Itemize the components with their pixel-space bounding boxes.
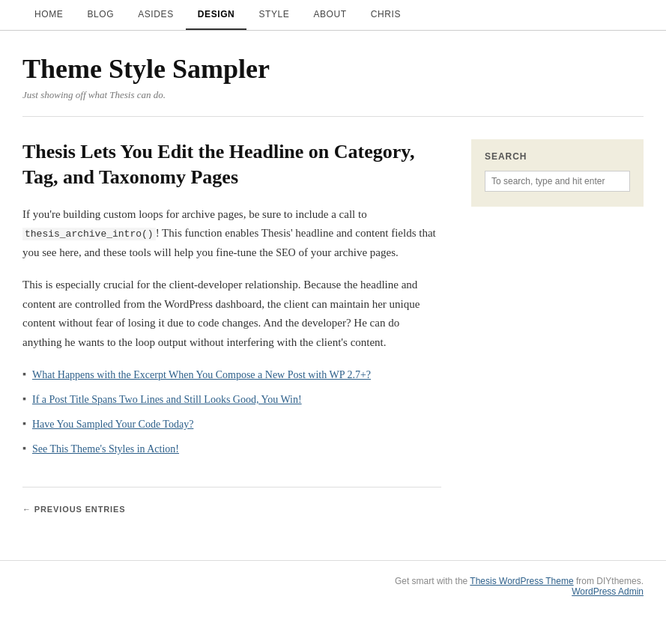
wp-admin-link[interactable]: WordPress Admin <box>572 586 644 597</box>
seo-abbreviation: SEO <box>276 247 295 258</box>
page-subtitle: Just showing off what Thesis can do. <box>22 89 644 101</box>
sidebar: Search <box>471 139 644 515</box>
search-widget-title: Search <box>485 151 630 162</box>
pagination: ← Previous Entries <box>22 487 441 515</box>
nav-item-blog[interactable]: BLOG <box>75 0 126 28</box>
nav-item-about[interactable]: ABOUT <box>301 0 358 28</box>
article-paragraph-2: This is especially crucial for the clien… <box>22 276 441 352</box>
article: Thesis Lets You Edit the Headline on Cat… <box>22 139 441 457</box>
main-nav: HOMEBLOGASIDESDESIGNSTYLEABOUTCHRIS <box>0 0 666 31</box>
footer-text: Get smart with the Thesis WordPress Them… <box>395 576 644 586</box>
article-paragraph-1: If you're building custom loops for arch… <box>22 205 441 263</box>
nav-item-home[interactable]: HOME <box>22 0 75 28</box>
list-item: See This Theme's Styles in Action! <box>22 441 441 457</box>
article-body: If you're building custom loops for arch… <box>22 205 441 353</box>
nav-item-style[interactable]: STYLE <box>246 0 301 28</box>
thesis-theme-link[interactable]: Thesis WordPress Theme <box>470 576 573 586</box>
nav-item-design[interactable]: DESIGN <box>186 0 247 30</box>
post-list: What Happens with the Excerpt When You C… <box>22 367 441 457</box>
prev-entries-link[interactable]: ← Previous Entries <box>22 505 125 514</box>
post-link[interactable]: Have You Sampled Your Code Today? <box>32 416 193 432</box>
page-title: Theme Style Sampler <box>22 53 644 85</box>
search-input[interactable] <box>485 171 630 192</box>
nav-item-asides[interactable]: ASIDES <box>126 0 186 28</box>
article-title: Thesis Lets You Edit the Headline on Cat… <box>22 139 441 190</box>
nav-item-chris[interactable]: CHRIS <box>359 0 413 28</box>
post-link[interactable]: If a Post Title Spans Two Lines and Stil… <box>32 392 302 407</box>
main-content: Thesis Lets You Edit the Headline on Cat… <box>22 139 441 515</box>
page-header: Theme Style Sampler Just showing off wha… <box>22 31 644 117</box>
search-widget: Search <box>471 139 644 207</box>
list-item: If a Post Title Spans Two Lines and Stil… <box>22 392 441 407</box>
post-link[interactable]: What Happens with the Excerpt When You C… <box>32 367 371 383</box>
list-item: Have You Sampled Your Code Today? <box>22 416 441 432</box>
post-link[interactable]: See This Theme's Styles in Action! <box>32 441 179 457</box>
code-snippet: thesis_archive_intro() <box>22 228 156 240</box>
site-footer: Get smart with the Thesis WordPress Them… <box>0 560 666 612</box>
list-item: What Happens with the Excerpt When You C… <box>22 367 441 383</box>
